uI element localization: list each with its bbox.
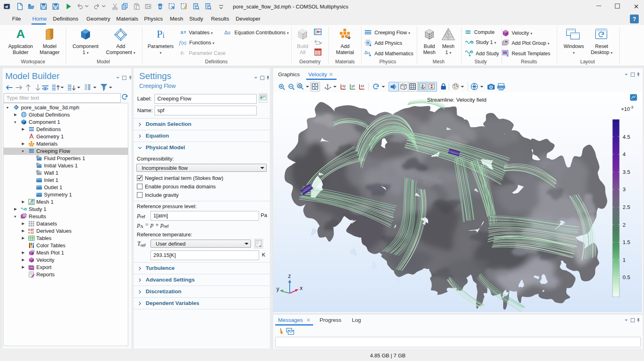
svg-text:xy: xy	[342, 84, 346, 88]
svg-text:2: 2	[623, 222, 626, 228]
svg-text:a: a	[180, 29, 184, 35]
svg-text:1: 1	[623, 257, 626, 263]
svg-text:Streamline: Velocity field: Streamline: Velocity field	[427, 97, 486, 103]
svg-text:D: D	[37, 156, 38, 158]
svg-text:Pi: Pi	[157, 28, 164, 40]
svg-text:x: x	[300, 285, 303, 291]
svg-text:2.5: 2.5	[623, 204, 630, 210]
svg-text:y: y	[276, 286, 279, 292]
svg-text:3: 3	[623, 186, 626, 192]
svg-text:xz: xz	[361, 84, 364, 88]
svg-text:e-12: e-12	[28, 231, 34, 234]
svg-text:×10: ×10	[621, 106, 630, 112]
svg-text:z: z	[288, 273, 291, 279]
svg-text:0.5: 0.5	[623, 274, 630, 280]
svg-text:Δu: Δu	[224, 30, 230, 35]
svg-text:Pi: Pi	[180, 50, 184, 56]
svg-text:Δu: Δu	[364, 50, 370, 55]
svg-text:yz: yz	[351, 84, 355, 88]
svg-text:A: A	[16, 27, 25, 40]
svg-text:D: D	[37, 170, 38, 173]
svg-text:(x): (x)	[181, 40, 186, 45]
svg-text:D: D	[37, 163, 38, 165]
svg-text:-3: -3	[630, 105, 633, 109]
svg-text:4.5: 4.5	[623, 134, 630, 140]
svg-text:3.5: 3.5	[623, 169, 630, 175]
svg-text:1.5: 1.5	[623, 239, 630, 245]
svg-text:8.85: 8.85	[28, 228, 34, 231]
svg-text:4: 4	[623, 151, 626, 157]
